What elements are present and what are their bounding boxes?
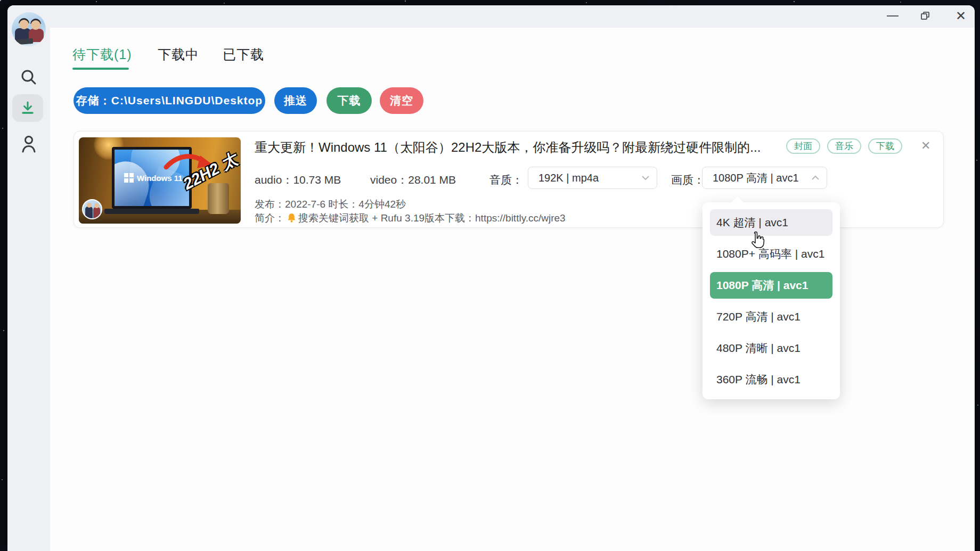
audio-quality-value: 192K | mp4a (538, 172, 599, 184)
badge-cover[interactable]: 封面 (786, 138, 820, 154)
sidebar (7, 5, 50, 551)
badge-download[interactable]: 下载 (868, 138, 902, 154)
storage-path: C:\Users\LINGDU\Desktop (111, 94, 263, 107)
storage-path-button[interactable]: 存储： C:\Users\LINGDU\Desktop (74, 87, 265, 114)
cup (208, 183, 229, 214)
user-icon (20, 134, 38, 154)
sidebar-item-search[interactable] (7, 68, 50, 86)
restore-icon (921, 12, 929, 20)
quality-option-360p[interactable]: 360P 流畅 | avc1 (710, 366, 832, 393)
titlebar: ✕ (7, 5, 975, 28)
bell-icon (287, 213, 296, 223)
quality-option-720p[interactable]: 720P 高清 | avc1 (710, 303, 832, 330)
search-icon (20, 68, 38, 86)
video-thumbnail[interactable]: Windows 11 22H2 太 (79, 137, 241, 224)
storage-label: 存储： (76, 93, 111, 108)
video-quality-select[interactable]: 1080P 高清 | avc1 (702, 167, 827, 189)
download-button[interactable]: 下载 (326, 87, 372, 114)
maximize-button[interactable] (912, 5, 938, 27)
channel-avatar (82, 199, 102, 219)
avatar[interactable] (12, 12, 46, 46)
video-title: 重大更新！Windows 11（太阳谷）22H2大版本，你准备升级吗？附最新绕过… (255, 139, 774, 156)
video-size: video：28.01 MB (370, 172, 456, 187)
video-quality-label: 画质： (671, 172, 705, 187)
clear-button[interactable]: 清空 (380, 87, 423, 114)
tab-downloading[interactable]: 下载中 (158, 46, 199, 63)
publish-duration: 发布：2022-7-6 时长：4分钟42秒 (255, 198, 406, 211)
active-tab-underline (72, 68, 129, 70)
download-icon (20, 100, 36, 116)
chevron-up-icon (811, 175, 820, 180)
intro-line: 简介：搜索关键词获取 + Rufu 3.19版本下载：https://bittl… (255, 211, 566, 225)
minimize-icon (887, 15, 899, 17)
close-button[interactable]: ✕ (948, 5, 974, 27)
audio-size: audio：10.73 MB (255, 172, 341, 187)
quality-option-480p[interactable]: 480P 清晰 | avc1 (710, 335, 832, 361)
chevron-down-icon (641, 175, 650, 180)
audio-quality-select[interactable]: 192K | mp4a (528, 167, 657, 189)
quality-option-1080p-plus[interactable]: 1080P+ 高码率 | avc1 (710, 241, 832, 267)
video-quality-value: 1080P 高清 | avc1 (713, 171, 799, 185)
quality-option-4k[interactable]: 4K 超清 | avc1 (710, 209, 832, 236)
quality-option-1080p[interactable]: 1080P 高清 | avc1 (710, 272, 832, 299)
quality-dropdown: 4K 超清 | avc1 1080P+ 高码率 | avc1 1080P 高清 … (703, 202, 840, 399)
desktop: ✕ (0, 0, 980, 551)
tab-pending-downloads[interactable]: 待下载(1) (72, 46, 132, 63)
intro-label: 简介： (255, 212, 285, 224)
intro-text: 搜索关键词获取 + Rufu 3.19版本下载：https://bittly.c… (298, 212, 566, 224)
audio-quality-label: 音质： (489, 172, 523, 187)
close-icon: ✕ (956, 10, 966, 22)
badge-music[interactable]: 音乐 (827, 138, 861, 154)
badge-group: 封面 音乐 下载 (786, 138, 902, 154)
tab-downloaded[interactable]: 已下载 (223, 46, 264, 63)
sidebar-item-downloads-active[interactable] (12, 94, 43, 122)
minimize-button[interactable] (880, 5, 905, 27)
laptop-base (104, 209, 199, 214)
push-button[interactable]: 推送 (274, 87, 317, 114)
sidebar-item-account[interactable] (7, 134, 50, 154)
remove-item-button[interactable]: ✕ (921, 140, 930, 152)
